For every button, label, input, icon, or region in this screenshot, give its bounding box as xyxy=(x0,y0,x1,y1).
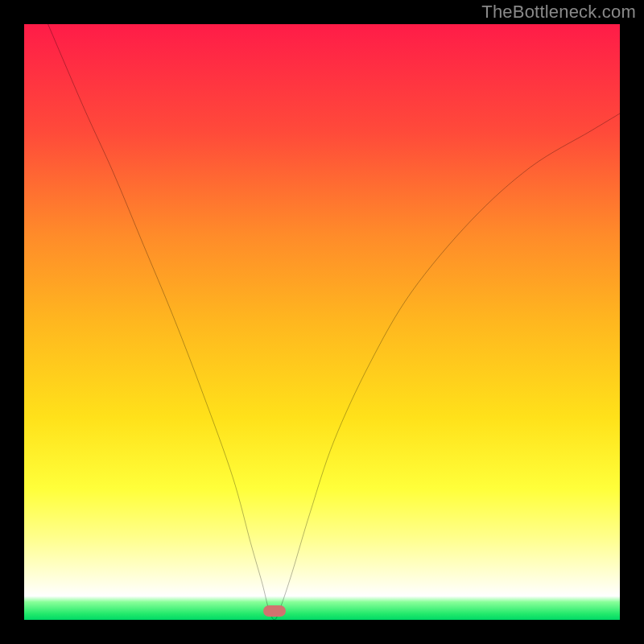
chart-plot-area xyxy=(24,24,620,620)
chart-frame: TheBottleneck.com xyxy=(0,0,644,644)
optimal-point-marker xyxy=(263,605,286,617)
watermark-text: TheBottleneck.com xyxy=(481,2,636,23)
